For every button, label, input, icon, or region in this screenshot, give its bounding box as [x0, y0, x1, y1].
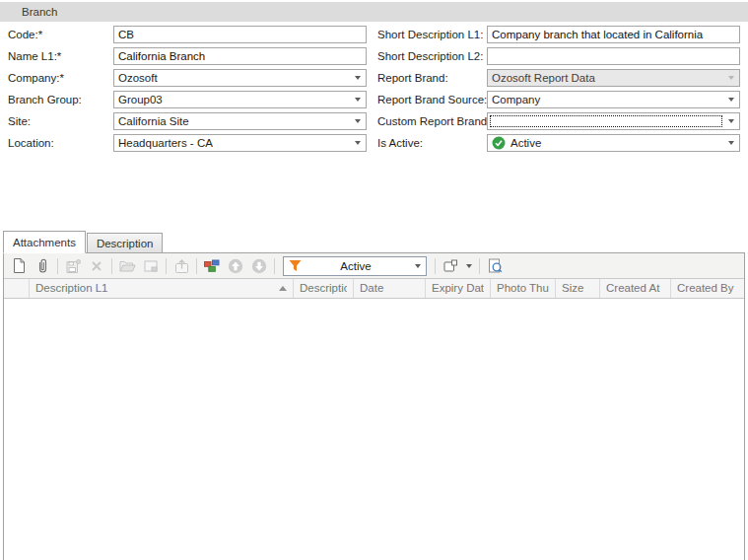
column-header-expiry-date[interactable]: Expiry Date [426, 279, 491, 298]
chevron-down-icon[interactable] [723, 135, 739, 151]
filter-value: Active [302, 260, 410, 272]
chevron-down-icon[interactable] [350, 70, 366, 86]
report-brand-value: Ozosoft Report Data [488, 70, 723, 86]
layout-options-icon[interactable] [439, 255, 462, 276]
column-header-description-l1[interactable]: Description L1 [30, 279, 294, 298]
custom-report-brand-value [489, 114, 723, 128]
code-label: Code:* [8, 26, 42, 43]
short-desc-l1-label: Short Description L1: [377, 26, 483, 43]
column-header-photo-thumbnail[interactable]: Photo Thu... [491, 279, 556, 298]
branch-group-combo[interactable]: Group03 [113, 91, 367, 108]
move-down-icon [247, 255, 271, 276]
open-window-icon [139, 255, 163, 276]
chevron-down-icon[interactable] [462, 255, 476, 276]
company-label: Company:* [8, 69, 64, 87]
company-value: Ozosoft [114, 70, 350, 86]
toolbar-separator [274, 258, 275, 274]
save-attachment-icon [61, 255, 85, 276]
column-header-size[interactable]: Size [556, 279, 600, 298]
chevron-down-icon[interactable] [410, 264, 426, 268]
report-brand-combo: Ozosoft Report Data [487, 69, 740, 87]
custom-report-brand-label: Custom Report Brand: [377, 112, 490, 130]
toolbar-separator [166, 258, 167, 274]
column-header-description-l2[interactable]: Descriptio... [294, 279, 354, 298]
grid-header: Description L1 Descriptio... Date Expiry… [4, 278, 744, 299]
is-active-value: Active [510, 135, 541, 151]
toolbar-separator [111, 258, 112, 274]
branch-group-value: Group03 [114, 92, 350, 107]
site-label: Site: [8, 112, 31, 130]
attachment-filter-combo[interactable]: Active [283, 256, 427, 276]
branch-group-label: Branch Group: [8, 91, 82, 108]
bottom-tabs: Attachments Description [3, 231, 164, 253]
attachments-toolbar: Active [4, 253, 744, 278]
short-desc-l1-input[interactable] [487, 26, 740, 43]
code-input[interactable] [113, 26, 367, 43]
export-icon [170, 255, 193, 276]
attachments-grid-body[interactable] [4, 299, 744, 560]
toolbar-separator [57, 258, 58, 274]
short-desc-l2-label: Short Description L2: [377, 47, 483, 65]
toolbar-separator [479, 258, 480, 274]
chevron-down-icon[interactable] [350, 92, 366, 107]
custom-report-brand-combo[interactable] [487, 112, 740, 130]
report-brand-label: Report Brand: [377, 69, 448, 87]
tab-attachments[interactable]: Attachments [3, 231, 86, 253]
move-up-icon [224, 255, 247, 276]
attachments-panel: Active Description L1 Descriptio... Date… [3, 252, 745, 560]
new-document-icon[interactable] [7, 255, 31, 276]
delete-icon [85, 255, 108, 276]
chevron-down-icon [723, 70, 739, 86]
toolbar-separator [196, 258, 197, 274]
chevron-down-icon[interactable] [350, 113, 366, 129]
name-l1-label: Name L1:* [8, 47, 61, 65]
color-blocks-icon[interactable] [200, 255, 224, 276]
row-indicator-header [4, 279, 30, 298]
column-header-date[interactable]: Date [354, 279, 426, 298]
report-brand-source-value: Company [488, 92, 723, 107]
column-header-created-by[interactable]: Created By [671, 279, 744, 298]
active-check-icon [492, 136, 506, 150]
sort-ascending-icon [279, 286, 287, 291]
chevron-down-icon[interactable] [723, 92, 739, 107]
name-l1-input[interactable] [113, 47, 367, 65]
attach-file-icon[interactable] [31, 255, 54, 276]
filter-funnel-icon [289, 259, 302, 272]
open-folder-icon [115, 255, 139, 276]
print-preview-icon[interactable] [483, 255, 507, 276]
chevron-down-icon[interactable] [350, 135, 366, 151]
company-combo[interactable]: Ozosoft [113, 69, 367, 87]
location-label: Location: [8, 134, 54, 152]
site-combo[interactable]: California Site [113, 112, 367, 130]
location-combo[interactable]: Headquarters - CA [113, 134, 367, 152]
short-desc-l2-input[interactable] [487, 47, 740, 65]
report-brand-source-combo[interactable]: Company [487, 91, 740, 108]
site-value: California Site [114, 113, 350, 129]
location-value: Headquarters - CA [114, 135, 350, 151]
report-brand-source-label: Report Brand Source: [377, 91, 487, 108]
column-header-created-at[interactable]: Created At [600, 279, 671, 298]
page-title: Branch [0, 2, 748, 22]
is-active-combo[interactable]: Active [487, 134, 740, 152]
tab-description[interactable]: Description [87, 233, 164, 253]
chevron-down-icon[interactable] [723, 113, 739, 129]
is-active-label: Is Active: [377, 134, 423, 152]
toolbar-separator [435, 258, 436, 274]
